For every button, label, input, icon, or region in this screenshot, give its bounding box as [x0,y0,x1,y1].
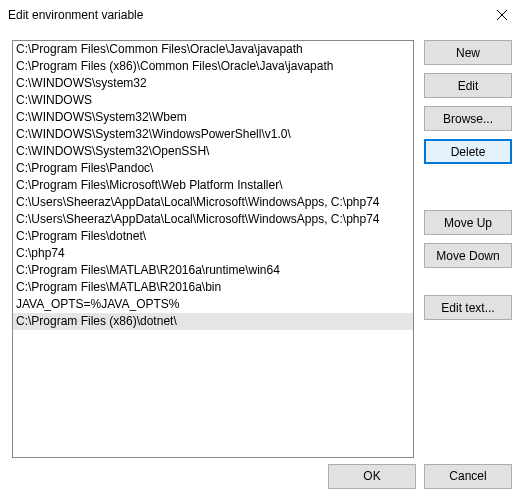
titlebar: Edit environment variable [0,0,524,30]
list-item[interactable]: C:\WINDOWS [13,92,413,109]
list-item[interactable]: C:\Program Files\Common Files\Oracle\Jav… [13,41,413,58]
list-item[interactable]: C:\WINDOWS\System32\WindowsPowerShell\v1… [13,126,413,143]
edit-text-button[interactable]: Edit text... [424,295,512,320]
edit-button[interactable]: Edit [424,73,512,98]
list-item[interactable]: C:\Program Files\Microsoft\Web Platform … [13,177,413,194]
list-item[interactable]: C:\Program Files\Pandoc\ [13,160,413,177]
list-item[interactable]: JAVA_OPTS=%JAVA_OPTS% [13,296,413,313]
close-button[interactable] [479,0,524,30]
list-item[interactable]: C:\WINDOWS\System32\OpenSSH\ [13,143,413,160]
list-item[interactable]: C:\Program Files\MATLAB\R2016a\runtime\w… [13,262,413,279]
spacer [424,172,512,210]
list-item[interactable]: C:\Users\Sheeraz\AppData\Local\Microsoft… [13,194,413,211]
move-up-button[interactable]: Move Up [424,210,512,235]
cancel-button[interactable]: Cancel [424,464,512,489]
dialog-window: Edit environment variable C:\Program Fil… [0,0,524,501]
list-item[interactable]: C:\Program Files (x86)\Common Files\Orac… [13,58,413,75]
list-item[interactable]: C:\Program Files\dotnet\ [13,228,413,245]
ok-button[interactable]: OK [328,464,416,489]
list-item[interactable]: C:\WINDOWS\System32\Wbem [13,109,413,126]
side-buttons: New Edit Browse... Delete Move Up Move D… [424,40,512,451]
list-item[interactable]: C:\WINDOWS\system32 [13,75,413,92]
dialog-footer: OK Cancel [0,451,524,501]
list-item[interactable]: C:\Program Files\MATLAB\R2016a\bin [13,279,413,296]
move-down-button[interactable]: Move Down [424,243,512,268]
delete-button[interactable]: Delete [424,139,512,164]
new-button[interactable]: New [424,40,512,65]
dialog-body: C:\Program Files\Common Files\Oracle\Jav… [0,30,524,451]
spacer [424,276,512,295]
browse-button[interactable]: Browse... [424,106,512,131]
window-title: Edit environment variable [8,8,143,22]
path-listbox[interactable]: C:\Program Files\Common Files\Oracle\Jav… [12,40,414,458]
list-item[interactable]: C:\Users\Sheeraz\AppData\Local\Microsoft… [13,211,413,228]
list-item[interactable]: C:\Program Files (x86)\dotnet\ [13,313,413,330]
close-icon [497,10,507,20]
list-item[interactable]: C:\php74 [13,245,413,262]
